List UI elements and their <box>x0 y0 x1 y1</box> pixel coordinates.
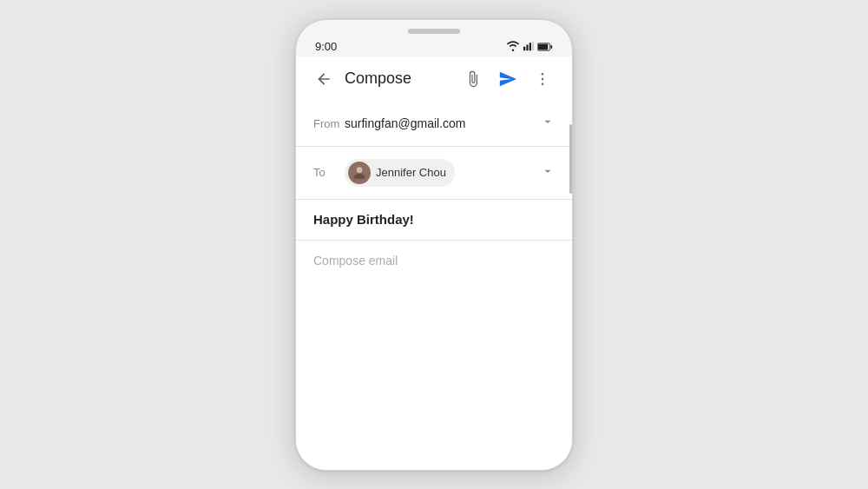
recipient-chip[interactable]: Jennifer Chou <box>345 159 455 187</box>
phone-frame: 9:00 <box>295 19 573 471</box>
app-bar: Compose <box>296 56 572 102</box>
svg-point-8 <box>542 77 544 80</box>
from-value: surfingfan@gmail.com <box>345 116 541 130</box>
app-bar-actions <box>457 63 558 95</box>
status-icons <box>506 39 553 55</box>
svg-point-9 <box>542 83 544 85</box>
send-button[interactable] <box>492 63 523 95</box>
subject-row[interactable]: Happy Birthday! <box>296 200 572 241</box>
svg-rect-2 <box>529 43 531 50</box>
to-chevron-icon[interactable] <box>541 164 555 182</box>
subject-text: Happy Birthday! <box>313 212 414 227</box>
battery-icon <box>537 39 553 55</box>
from-chevron-icon[interactable] <box>541 115 555 132</box>
svg-point-7 <box>542 72 544 75</box>
email-body: From surfingfan@gmail.com To <box>296 102 572 470</box>
attach-button[interactable] <box>457 63 489 95</box>
svg-rect-0 <box>523 46 525 50</box>
svg-rect-1 <box>526 44 528 50</box>
svg-rect-6 <box>551 44 553 48</box>
compose-row[interactable]: Compose email <box>296 241 572 470</box>
signal-icon <box>523 39 534 55</box>
from-field-row: From surfingfan@gmail.com <box>296 102 572 147</box>
to-label: To <box>313 166 345 179</box>
compose-placeholder: Compose email <box>313 254 398 268</box>
to-field-row[interactable]: To Jennifer Chou <box>296 147 572 200</box>
back-button[interactable] <box>310 65 338 93</box>
status-bar: 9:00 <box>296 34 572 56</box>
to-value: Jennifer Chou <box>345 159 541 187</box>
svg-point-10 <box>357 167 363 173</box>
svg-rect-5 <box>538 43 548 50</box>
wifi-icon <box>506 39 520 55</box>
from-label: From <box>313 117 345 130</box>
avatar <box>348 162 371 184</box>
status-time: 9:00 <box>315 40 337 53</box>
recipient-name: Jennifer Chou <box>376 166 446 179</box>
more-options-button[interactable] <box>527 63 558 95</box>
svg-rect-3 <box>532 41 534 50</box>
page-title: Compose <box>345 69 457 88</box>
